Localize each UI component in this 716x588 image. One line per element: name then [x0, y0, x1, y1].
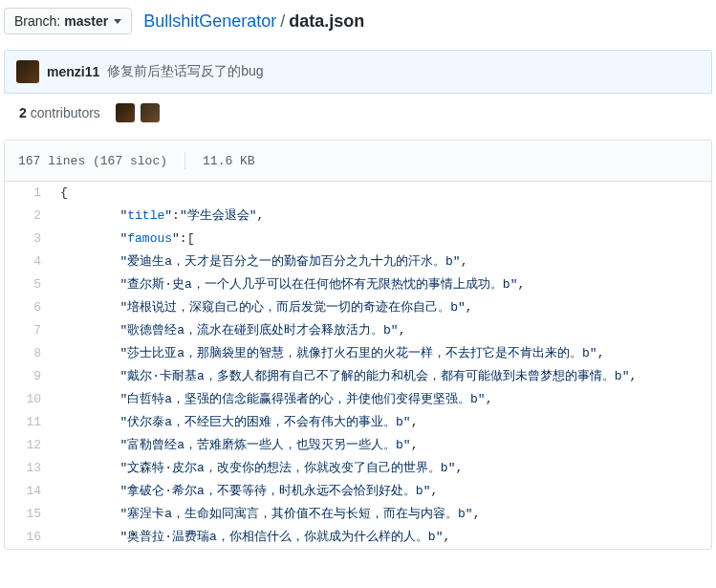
- code-content: "培根说过，深窥自己的心，而后发觉一切的奇迹在你自己。b",: [51, 296, 711, 319]
- breadcrumb-separator: /: [280, 11, 285, 31]
- code-table: 1{2 "title":"学生会退会",3 "famous":[4 "爱迪生a，…: [5, 182, 711, 549]
- latest-commit-bar: menzi11 修复前后垫话写反了的bug: [4, 50, 712, 94]
- commit-message[interactable]: 修复前后垫话写反了的bug: [107, 63, 263, 80]
- line-number[interactable]: 5: [5, 273, 51, 296]
- line-number[interactable]: 10: [5, 388, 51, 411]
- line-number[interactable]: 11: [5, 411, 51, 434]
- breadcrumb-filename: data.json: [289, 11, 364, 31]
- code-content: "拿破仑·希尔a，不要等待，时机永远不会恰到好处。b",: [51, 480, 711, 503]
- code-line: 10 "白哲特a，坚强的信念能赢得强者的心，并使他们变得更坚强。b",: [5, 388, 711, 411]
- branch-select-button[interactable]: Branch: master: [4, 8, 132, 34]
- line-number[interactable]: 1: [5, 182, 51, 205]
- line-number[interactable]: 15: [5, 503, 51, 526]
- line-number[interactable]: 8: [5, 342, 51, 365]
- contributor-avatar-1[interactable]: [116, 103, 135, 122]
- line-number[interactable]: 7: [5, 319, 51, 342]
- line-number[interactable]: 14: [5, 480, 51, 503]
- code-content: "爱迪生a，天才是百分之一的勤奋加百分之九十九的汗水。b",: [51, 250, 711, 273]
- code-line: 12 "富勒曾经a，苦难磨炼一些人，也毁灭另一些人。b",: [5, 434, 711, 457]
- code-line: 6 "培根说过，深窥自己的心，而后发觉一切的奇迹在你自己。b",: [5, 296, 711, 319]
- code-line: 13 "文森特·皮尔a，改变你的想法，你就改变了自己的世界。b",: [5, 457, 711, 480]
- code-content: "塞涅卡a，生命如同寓言，其价值不在与长短，而在与内容。b",: [51, 503, 711, 526]
- line-number[interactable]: 12: [5, 434, 51, 457]
- code-content: "文森特·皮尔a，改变你的想法，你就改变了自己的世界。b",: [51, 457, 711, 480]
- code-line: 11 "伏尔泰a，不经巨大的困难，不会有伟大的事业。b",: [5, 411, 711, 434]
- code-content: "伏尔泰a，不经巨大的困难，不会有伟大的事业。b",: [51, 411, 711, 434]
- author-avatar[interactable]: [16, 60, 39, 83]
- line-number[interactable]: 2: [5, 205, 51, 228]
- code-content: "奥普拉·温费瑞a，你相信什么，你就成为什么样的人。b",: [51, 526, 711, 549]
- breadcrumb-repo-link[interactable]: BullshitGenerator: [143, 11, 276, 31]
- code-line: 5 "查尔斯·史a，一个人几乎可以在任何他怀有无限热忱的事情上成功。b",: [5, 273, 711, 296]
- code-content: "title":"学生会退会",: [51, 205, 711, 228]
- line-number[interactable]: 13: [5, 457, 51, 480]
- line-number[interactable]: 9: [5, 365, 51, 388]
- code-content: {: [51, 182, 711, 205]
- code-line: 2 "title":"学生会退会",: [5, 205, 711, 228]
- branch-name: master: [64, 13, 108, 29]
- code-line: 4 "爱迪生a，天才是百分之一的勤奋加百分之九十九的汗水。b",: [5, 250, 711, 273]
- line-number[interactable]: 4: [5, 250, 51, 273]
- code-line: 7 "歌德曾经a，流水在碰到底处时才会释放活力。b",: [5, 319, 711, 342]
- code-content: "莎士比亚a，那脑袋里的智慧，就像打火石里的火花一样，不去打它是不肯出来的。b"…: [51, 342, 711, 365]
- contributors-link[interactable]: 2 contributors: [19, 105, 100, 120]
- file-size-info: 11.6 KB: [203, 154, 255, 168]
- divider: [184, 152, 185, 169]
- code-line: 15 "塞涅卡a，生命如同寓言，其价值不在与长短，而在与内容。b",: [5, 503, 711, 526]
- code-line: 9 "戴尔·卡耐基a，多数人都拥有自己不了解的能力和机会，都有可能做到未曾梦想的…: [5, 365, 711, 388]
- file-box: 167 lines (167 sloc) 11.6 KB 1{2 "title"…: [4, 140, 712, 550]
- file-lines-info: 167 lines (167 sloc): [18, 154, 167, 168]
- branch-label: Branch:: [14, 13, 60, 29]
- contributors-count: 2: [19, 105, 27, 120]
- contributor-avatar-2[interactable]: [141, 103, 160, 122]
- line-number[interactable]: 3: [5, 228, 51, 250]
- code-content: "戴尔·卡耐基a，多数人都拥有自己不了解的能力和机会，都有可能做到未曾梦想的事情…: [51, 365, 711, 388]
- breadcrumb: BullshitGenerator/data.json: [143, 11, 364, 32]
- code-line: 3 "famous":[: [5, 228, 711, 250]
- file-header: 167 lines (167 sloc) 11.6 KB: [5, 141, 711, 182]
- code-content: "famous":[: [51, 228, 711, 250]
- code-content: "歌德曾经a，流水在碰到底处时才会释放活力。b",: [51, 319, 711, 342]
- code-content: "白哲特a，坚强的信念能赢得强者的心，并使他们变得更坚强。b",: [51, 388, 711, 411]
- line-number[interactable]: 16: [5, 526, 51, 549]
- contributors-label: contributors: [31, 105, 100, 120]
- code-line: 8 "莎士比亚a，那脑袋里的智慧，就像打火石里的火花一样，不去打它是不肯出来的。…: [5, 342, 711, 365]
- code-content: "查尔斯·史a，一个人几乎可以在任何他怀有无限热忱的事情上成功。b",: [51, 273, 711, 296]
- code-line: 14 "拿破仑·希尔a，不要等待，时机永远不会恰到好处。b",: [5, 480, 711, 503]
- code-line: 16 "奥普拉·温费瑞a，你相信什么，你就成为什么样的人。b",: [5, 526, 711, 549]
- code-line: 1{: [5, 182, 711, 205]
- commit-author-link[interactable]: menzi11: [47, 64, 99, 79]
- contributors-row: 2 contributors: [4, 94, 712, 136]
- line-number[interactable]: 6: [5, 296, 51, 319]
- code-content: "富勒曾经a，苦难磨炼一些人，也毁灭另一些人。b",: [51, 434, 711, 457]
- chevron-down-icon: [114, 19, 121, 24]
